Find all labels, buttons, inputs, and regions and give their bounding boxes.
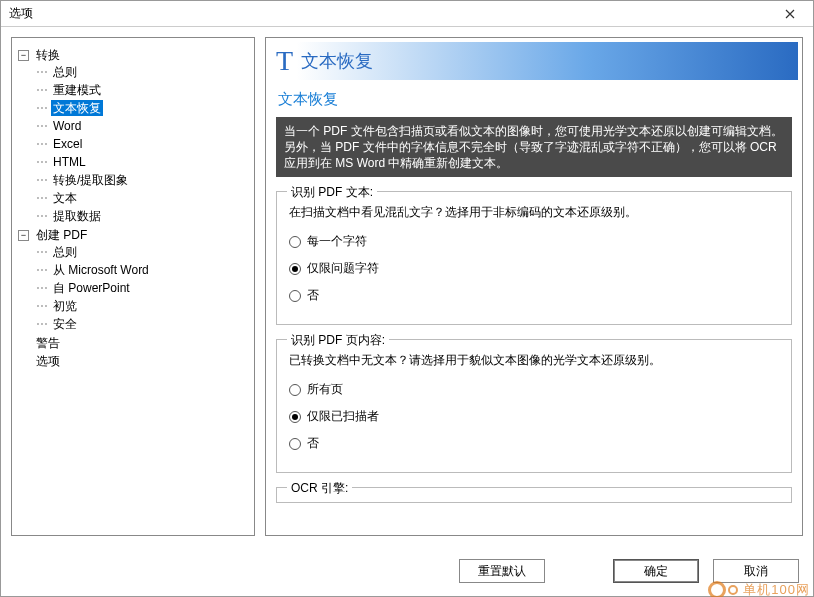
tree-item-html[interactable]: ⋯HTML xyxy=(36,154,250,170)
tree-item-label: 提取数据 xyxy=(51,208,103,224)
group-prompt: 已转换文档中无文本？请选择用于貌似文本图像的光学文本还原级别。 xyxy=(289,352,779,369)
radio-label: 所有页 xyxy=(307,381,343,398)
group-recognize-pages: 识别 PDF 页内容: 已转换文档中无文本？请选择用于貌似文本图像的光学文本还原… xyxy=(276,339,792,473)
settings-pane: T 文本恢复 文本恢复 当一个 PDF 文件包含扫描页或看似文本的图像时，您可使… xyxy=(265,37,803,536)
tree-item-textrecovery[interactable]: ⋯文本恢复 xyxy=(36,100,250,116)
radio-problemonly[interactable]: 仅限问题字符 xyxy=(289,260,779,277)
tree-item-frompp[interactable]: ⋯自 PowerPoint xyxy=(36,280,250,296)
tree-item-label: 文本恢复 xyxy=(51,100,103,116)
window-title: 选项 xyxy=(9,5,775,22)
text-icon: T xyxy=(276,45,293,77)
titlebar: 选项 xyxy=(1,1,813,27)
tree-item-label: 重建模式 xyxy=(51,82,103,98)
tree-connector-icon: ⋯ xyxy=(36,154,47,170)
cancel-button[interactable]: 取消 xyxy=(713,559,799,583)
tree-item-label: 总则 xyxy=(51,64,79,80)
tree-node-createpdf[interactable]: − 创建 PDF xyxy=(18,227,250,243)
radio-allpages[interactable]: 所有页 xyxy=(289,381,779,398)
tree-item-fromword[interactable]: ⋯从 Microsoft Word xyxy=(36,262,250,278)
close-icon xyxy=(785,9,795,19)
tree-connector-icon: ⋯ xyxy=(36,100,47,116)
tree-item-extractdata[interactable]: ⋯提取数据 xyxy=(36,208,250,224)
category-tree-panel: − 转换 ⋯总则⋯重建模式⋯文本恢复⋯Word⋯Excel⋯HTML⋯转换/提取… xyxy=(11,37,255,536)
tree-item-label: 文本 xyxy=(51,190,79,206)
dialog-body: − 转换 ⋯总则⋯重建模式⋯文本恢复⋯Word⋯Excel⋯HTML⋯转换/提取… xyxy=(1,27,813,546)
tree-item-label: 初览 xyxy=(51,298,79,314)
tree-item-label: 自 PowerPoint xyxy=(51,280,132,296)
tree-node-warn[interactable]: 警告 xyxy=(18,335,250,351)
tree-node-convert[interactable]: − 转换 xyxy=(18,47,250,63)
tree-item-text[interactable]: ⋯文本 xyxy=(36,190,250,206)
pane-header-title: 文本恢复 xyxy=(301,49,373,73)
group-legend: 识别 PDF 文本: xyxy=(287,184,377,201)
tree-item-label: 安全 xyxy=(51,316,79,332)
tree-item-general[interactable]: ⋯总则 xyxy=(36,64,250,80)
tree-item-security[interactable]: ⋯安全 xyxy=(36,316,250,332)
collapse-icon[interactable]: − xyxy=(18,230,29,241)
tree-item-label: 从 Microsoft Word xyxy=(51,262,151,278)
radio-label: 每一个字符 xyxy=(307,233,367,250)
radio-icon xyxy=(289,263,301,275)
radio-icon xyxy=(289,290,301,302)
radio-scannedonly[interactable]: 仅限已扫描者 xyxy=(289,408,779,425)
close-button[interactable] xyxy=(775,3,805,25)
reset-defaults-button[interactable]: 重置默认 xyxy=(459,559,545,583)
tree-item-label: Excel xyxy=(51,136,84,152)
options-dialog: 选项 − 转换 ⋯总则⋯重建模式⋯文本恢复⋯Word⋯Excel⋯HTML⋯转换… xyxy=(0,0,814,597)
tree-connector-icon: ⋯ xyxy=(36,280,47,296)
group-prompt: 在扫描文档中看见混乱文字？选择用于非标编码的文本还原级别。 xyxy=(289,204,779,221)
pane-header: T 文本恢复 xyxy=(270,42,798,80)
radio-label: 否 xyxy=(307,435,319,452)
radio-no[interactable]: 否 xyxy=(289,287,779,304)
radio-label: 仅限已扫描者 xyxy=(307,408,379,425)
tree-item-preview[interactable]: ⋯初览 xyxy=(36,298,250,314)
tree-connector-icon: ⋯ xyxy=(36,136,47,152)
group-recognize-text: 识别 PDF 文本: 在扫描文档中看见混乱文字？选择用于非标编码的文本还原级别。… xyxy=(276,191,792,325)
radio-icon xyxy=(289,438,301,450)
radio-icon xyxy=(289,384,301,396)
radio-label: 否 xyxy=(307,287,319,304)
tree-item-label: Word xyxy=(51,118,83,134)
radio-label: 仅限问题字符 xyxy=(307,260,379,277)
radio-everychar[interactable]: 每一个字符 xyxy=(289,233,779,250)
radio-no2[interactable]: 否 xyxy=(289,435,779,452)
tree-item-label: 总则 xyxy=(51,244,79,260)
tree-item-general2[interactable]: ⋯总则 xyxy=(36,244,250,260)
tree-connector-icon: ⋯ xyxy=(36,82,47,98)
tree-item-label: HTML xyxy=(51,154,88,170)
tree-connector-icon: ⋯ xyxy=(36,316,47,332)
pane-subtitle: 文本恢复 xyxy=(278,90,790,109)
tree-item-label: 转换/提取图象 xyxy=(51,172,130,188)
tree-item-excel[interactable]: ⋯Excel xyxy=(36,136,250,152)
tree-connector-icon: ⋯ xyxy=(36,190,47,206)
tree-connector-icon: ⋯ xyxy=(36,244,47,260)
radio-icon xyxy=(289,411,301,423)
category-tree: − 转换 ⋯总则⋯重建模式⋯文本恢复⋯Word⋯Excel⋯HTML⋯转换/提取… xyxy=(16,46,250,370)
group-legend: OCR 引擎: xyxy=(287,480,352,497)
tree-item-word[interactable]: ⋯Word xyxy=(36,118,250,134)
tree-connector-icon: ⋯ xyxy=(36,298,47,314)
tree-connector-icon: ⋯ xyxy=(36,64,47,80)
pane-description: 当一个 PDF 文件包含扫描页或看似文本的图像时，您可使用光学文本还原以创建可编… xyxy=(276,117,792,177)
group-ocr-engine: OCR 引擎: xyxy=(276,487,792,503)
group-legend: 识别 PDF 页内容: xyxy=(287,332,389,349)
radio-icon xyxy=(289,236,301,248)
tree-connector-icon: ⋯ xyxy=(36,172,47,188)
tree-connector-icon: ⋯ xyxy=(36,118,47,134)
ok-button[interactable]: 确定 xyxy=(613,559,699,583)
tree-node-options[interactable]: 选项 xyxy=(18,353,250,369)
tree-connector-icon: ⋯ xyxy=(36,208,47,224)
collapse-icon[interactable]: − xyxy=(18,50,29,61)
tree-connector-icon: ⋯ xyxy=(36,262,47,278)
tree-item-rebuild[interactable]: ⋯重建模式 xyxy=(36,82,250,98)
dialog-footer: 重置默认 确定 取消 xyxy=(1,546,813,596)
tree-item-extractimg[interactable]: ⋯转换/提取图象 xyxy=(36,172,250,188)
